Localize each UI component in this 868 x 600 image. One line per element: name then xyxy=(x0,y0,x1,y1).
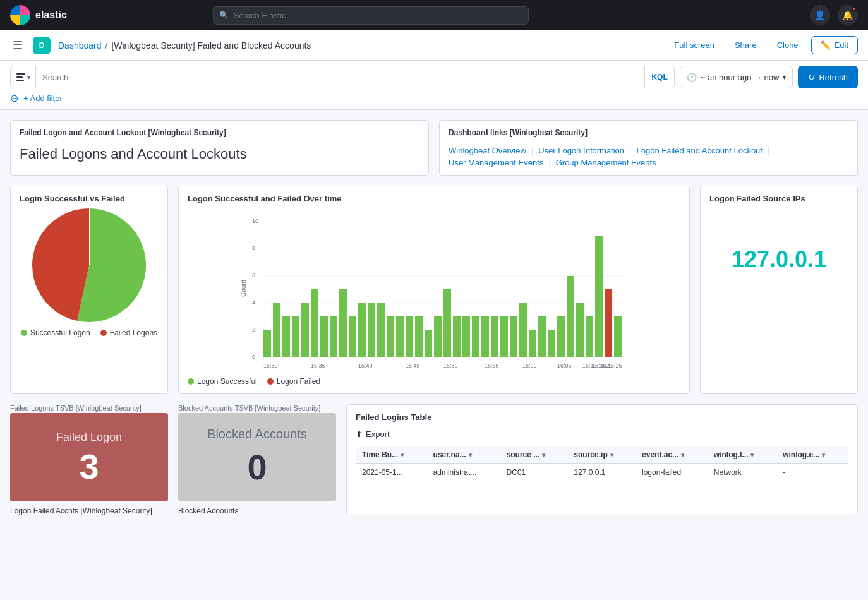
col-winlog1[interactable]: winlog.l... ▾ xyxy=(708,447,776,464)
search-type-button[interactable]: ▾ xyxy=(11,66,36,88)
svg-text:10: 10 xyxy=(252,218,258,224)
elastic-logo[interactable]: elastic xyxy=(10,5,67,25)
failed-logon-bottom-label: Logon Failed Accnts [Winlogbeat Security… xyxy=(10,507,168,515)
top-navigation: elastic 🔍 👤 🔔 xyxy=(0,0,868,30)
share-button[interactable]: Share xyxy=(727,37,764,54)
svg-rect-37 xyxy=(462,316,470,357)
legend-logon-failed: Logon Failed xyxy=(267,377,320,386)
toolbar: ▾ KQL 🕐 ~ an hour ago → now ▾ ↻ Refresh … xyxy=(0,61,868,110)
svg-text:15:50: 15:50 xyxy=(443,363,458,369)
chevron-down-icon: ▾ xyxy=(783,74,786,81)
dashboard-links: Winlogbeat Overview | User Logon Informa… xyxy=(449,146,848,167)
right-panel-section-label: Dashboard links [Winlogbeat Security] xyxy=(449,128,848,137)
col-source[interactable]: source ... ▾ xyxy=(500,447,568,464)
failed-dot xyxy=(100,330,107,336)
svg-text:2: 2 xyxy=(252,327,255,333)
svg-rect-28 xyxy=(377,303,385,357)
toolbar-row2: ⊖ + Add filter xyxy=(10,92,858,104)
cell-winlog1: Network xyxy=(708,464,776,481)
svg-rect-45 xyxy=(538,316,546,357)
cell-source: DC01 xyxy=(500,464,568,481)
logo-icon xyxy=(10,5,30,25)
breadcrumb-parent-link[interactable]: Dashboard xyxy=(58,40,102,51)
svg-rect-40 xyxy=(491,316,498,357)
user-icon-button[interactable]: 👤 xyxy=(810,5,830,25)
col-time[interactable]: Time Bu... ▾ xyxy=(356,447,427,464)
svg-text:15:35: 15:35 xyxy=(311,363,325,369)
svg-rect-50 xyxy=(586,316,593,357)
refresh-button[interactable]: ↻ Refresh xyxy=(798,66,858,88)
time-range-text: ~ an hour ago → now xyxy=(701,73,780,82)
svg-rect-18 xyxy=(282,316,290,357)
svg-text:6: 6 xyxy=(252,272,255,279)
kql-label[interactable]: KQL xyxy=(644,66,673,88)
svg-rect-51 xyxy=(595,236,603,357)
source-ip-title: Logon Failed Source IPs xyxy=(709,194,848,203)
link-user-mgmt[interactable]: User Management Events xyxy=(449,158,543,167)
svg-rect-34 xyxy=(434,316,442,357)
bar-chart-panel: Logon Successful and Failed Over time Co… xyxy=(178,186,690,394)
dropdown-arrow-icon: ▾ xyxy=(27,74,30,81)
logo-text: elastic xyxy=(35,9,67,21)
failed-logon-metric-value: 3 xyxy=(79,449,99,484)
bar-chart-legend: Logon Successful Logon Failed xyxy=(188,377,680,386)
legend-logon-successful: Logon Successful xyxy=(188,377,257,386)
svg-rect-33 xyxy=(425,330,432,357)
svg-text:16:00: 16:00 xyxy=(522,363,537,369)
hamburger-button[interactable]: ☰ xyxy=(10,36,25,55)
add-filter-button[interactable]: + Add filter xyxy=(23,93,63,103)
svg-rect-53 xyxy=(614,316,622,357)
kql-search-input[interactable] xyxy=(36,73,644,82)
col-event[interactable]: event.ac... ▾ xyxy=(636,447,708,464)
svg-rect-22 xyxy=(320,316,328,357)
svg-text:16:05: 16:05 xyxy=(557,363,572,369)
source-ip-panel: Logon Failed Source IPs 127.0.0.1 xyxy=(700,186,858,394)
global-search-bar[interactable]: 🔍 xyxy=(213,6,529,25)
svg-rect-41 xyxy=(500,316,508,357)
clone-button[interactable]: Clone xyxy=(769,37,806,54)
table-panel: Failed Logins Table ⬆ Export Time Bu... … xyxy=(346,404,858,515)
col-winlog2[interactable]: winlog.e... ▾ xyxy=(776,447,848,464)
pie-chart-panel: Login Successful vs Failed Successful Lo… xyxy=(10,186,168,394)
table-header-row: Time Bu... ▾ user.na... ▾ source ... ▾ s… xyxy=(356,447,848,464)
breadcrumb-bar: ☰ D Dashboard / [Winlogbeat Security] Fa… xyxy=(0,30,868,61)
col-source-ip[interactable]: source.ip ▾ xyxy=(567,447,636,464)
global-search-input[interactable] xyxy=(213,6,529,25)
link-user-logon-info[interactable]: User Logon Information xyxy=(538,146,624,155)
col-username[interactable]: user.na... ▾ xyxy=(427,447,500,464)
cell-source-ip: 127.0.0.1 xyxy=(567,464,636,481)
svg-rect-49 xyxy=(576,303,584,357)
legend-failed: Failed Logons xyxy=(100,328,157,337)
cell-time: 2021-05-1... xyxy=(356,464,427,481)
filter-icon-button[interactable]: ⊖ xyxy=(10,92,18,104)
link-logon-failed[interactable]: Logon Failed and Account Lockout xyxy=(636,146,762,155)
legend-successful: Successful Logon xyxy=(21,328,90,337)
svg-rect-52 xyxy=(605,289,612,357)
bell-icon-button[interactable]: 🔔 xyxy=(838,5,858,25)
fullscreen-button[interactable]: Full screen xyxy=(666,37,722,54)
link-group-mgmt[interactable]: Group Management Events xyxy=(556,158,656,167)
successful-bar-dot xyxy=(188,378,194,385)
breadcrumb-current: [Winlogbeat Security] Failed and Blocked… xyxy=(111,40,311,51)
svg-rect-32 xyxy=(415,316,423,357)
svg-rect-26 xyxy=(358,303,366,357)
search-bar-wrap: ▾ KQL xyxy=(10,66,675,88)
svg-text:4: 4 xyxy=(252,299,255,306)
pie-chart-svg xyxy=(32,208,146,322)
failed-logon-panel-outer: Failed Logons TSVB [Winlogbeat Security]… xyxy=(10,404,168,515)
clock-icon: 🕐 xyxy=(687,73,697,82)
export-button[interactable]: ⬆ Export xyxy=(356,427,390,441)
svg-rect-36 xyxy=(453,316,461,357)
svg-rect-38 xyxy=(472,316,479,357)
search-type-icon xyxy=(16,72,26,82)
bar-chart-svg: Count 0 2 4 6 8 10 xyxy=(188,208,680,373)
left-info-panel: Failed Logon and Account Lockout [Winlog… xyxy=(10,120,429,176)
svg-rect-48 xyxy=(567,276,574,357)
time-picker[interactable]: 🕐 ~ an hour ago → now ▾ xyxy=(680,66,793,88)
svg-text:15:55: 15:55 xyxy=(485,363,499,369)
link-winlogbeat-overview[interactable]: Winlogbeat Overview xyxy=(449,146,526,155)
svg-text:0: 0 xyxy=(252,354,255,360)
svg-rect-16 xyxy=(263,330,271,357)
breadcrumb: Dashboard / [Winlogbeat Security] Failed… xyxy=(58,40,311,51)
edit-button[interactable]: ✏️ Edit xyxy=(811,36,858,54)
